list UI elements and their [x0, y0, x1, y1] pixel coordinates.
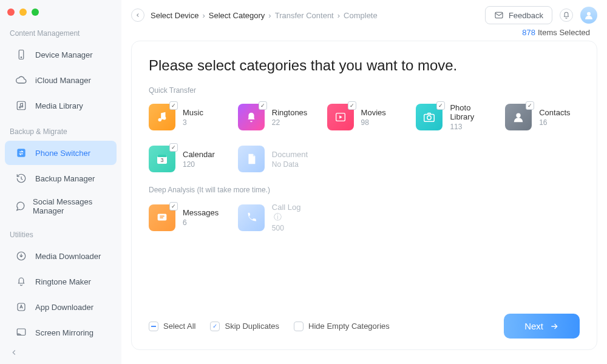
- svg-point-1: [21, 57, 22, 58]
- calendar-icon: 3 ✓: [149, 146, 175, 172]
- category-photo-library[interactable]: ✓ Photo Library 113: [416, 103, 490, 131]
- svg-point-3: [19, 107, 21, 108]
- app-icon: [15, 300, 28, 314]
- check-icon: ✓: [169, 101, 178, 110]
- bell-icon: [15, 275, 28, 288]
- hide-empty-checkbox[interactable]: Hide Empty Categories: [294, 322, 390, 331]
- category-movies[interactable]: ✓ Movies 98: [327, 103, 402, 131]
- sidebar-item-label: Device Manager: [35, 50, 93, 59]
- phone-icon: [15, 48, 28, 61]
- category-document[interactable]: Document No Data: [238, 146, 313, 172]
- sidebar-item-label: Media Library: [35, 101, 83, 110]
- user-avatar[interactable]: [580, 7, 597, 24]
- selected-suffix: Items Selected: [538, 28, 590, 37]
- close-window-icon[interactable]: [7, 8, 15, 16]
- sidebar-item-label: Social Messages Manager: [33, 197, 107, 215]
- svg-point-12: [163, 116, 166, 120]
- category-count: 6: [183, 218, 219, 227]
- items-selected-status: 878 Items Selected: [121, 24, 607, 37]
- sidebar-item-social-messages[interactable]: Social Messages Manager: [5, 192, 117, 221]
- music-note-icon: [15, 99, 28, 112]
- select-all-label: Select All: [163, 322, 195, 331]
- deep-analysis-grid: ✓ Messages 6 Call Log ⓘ: [149, 203, 580, 232]
- check-icon: ✓: [526, 101, 534, 110]
- category-count: 500: [272, 224, 313, 232]
- sidebar-item-media-library[interactable]: Media Library: [5, 93, 117, 118]
- category-count: 113: [450, 123, 490, 131]
- category-contacts[interactable]: ✓ Contacts 16: [505, 103, 580, 131]
- section-backup-migrate: Backup & Migrate: [0, 119, 121, 140]
- chevron-right-icon: ›: [202, 11, 205, 20]
- chat-icon: [15, 200, 25, 213]
- sidebar-item-device-manager[interactable]: Device Manager: [5, 42, 117, 67]
- sidebar-item-label: Screen Mirroring: [35, 328, 93, 337]
- sidebar-item-ringtone-maker[interactable]: Ringtone Maker: [5, 269, 117, 294]
- category-count: 22: [272, 118, 308, 127]
- category-calendar[interactable]: 3 ✓ Calendar 120: [149, 146, 223, 172]
- section-content-management: Content Management: [0, 21, 121, 41]
- category-count: 98: [361, 118, 386, 127]
- category-ringtones[interactable]: ✓ Ringtones 22: [238, 103, 313, 131]
- section-deep-analysis: Deep Analysis (It will take more time.): [149, 186, 580, 194]
- minimize-window-icon[interactable]: [19, 8, 27, 16]
- category-music[interactable]: ✓ Music 3: [149, 103, 223, 131]
- breadcrumb-select-device[interactable]: Select Device: [151, 11, 198, 20]
- quick-transfer-grid: ✓ Music 3 ✓ Ringtones 22: [149, 103, 580, 172]
- back-button[interactable]: [131, 8, 144, 22]
- svg-point-4: [21, 106, 22, 107]
- svg-rect-8: [17, 329, 25, 335]
- topbar-actions: Feedback: [485, 6, 597, 24]
- next-button[interactable]: Next: [504, 314, 580, 339]
- category-name: Document: [272, 150, 308, 159]
- category-name: Music: [183, 108, 203, 117]
- cast-icon: [15, 326, 28, 339]
- svg-rect-2: [17, 101, 25, 110]
- sidebar-item-label: Ringtone Maker: [35, 277, 91, 286]
- page-title: Please select categories that you want t…: [149, 57, 580, 74]
- svg-text:3: 3: [160, 157, 163, 163]
- ringtone-icon: ✓: [238, 104, 265, 130]
- sidebar-item-backup-manager[interactable]: Backup Manager: [5, 166, 117, 190]
- sidebar-item-label: iCloud Manager: [35, 76, 91, 85]
- svg-point-10: [587, 12, 591, 16]
- category-count: 16: [539, 118, 570, 127]
- section-utilities: Utilities: [0, 222, 121, 243]
- check-icon: ✓: [169, 202, 178, 211]
- category-count: No Data: [272, 160, 308, 169]
- category-name: Photo Library: [450, 103, 490, 121]
- feedback-button[interactable]: Feedback: [485, 6, 552, 24]
- sidebar-item-label: Phone Switcher: [35, 149, 90, 158]
- select-all-checkbox[interactable]: Select All: [149, 322, 195, 331]
- hide-empty-label: Hide Empty Categories: [308, 322, 390, 331]
- topbar: Select Device › Select Category › Transf…: [121, 0, 607, 24]
- category-call-log[interactable]: Call Log ⓘ 500: [238, 203, 313, 232]
- swap-icon: [15, 146, 28, 160]
- svg-point-11: [158, 118, 162, 122]
- music-icon: ✓: [149, 104, 175, 130]
- window-controls: [0, 4, 121, 21]
- breadcrumb-select-category[interactable]: Select Category: [209, 11, 265, 20]
- check-icon: ✓: [348, 101, 356, 110]
- sidebar: Content Management Device Manager iCloud…: [0, 0, 121, 364]
- info-icon[interactable]: ⓘ: [274, 212, 282, 221]
- sidebar-item-screen-mirroring[interactable]: Screen Mirroring: [5, 320, 117, 345]
- sidebar-item-label: Media Downloader: [35, 252, 101, 261]
- check-icon: ✓: [259, 101, 267, 110]
- content-card: Please select categories that you want t…: [131, 41, 597, 350]
- svg-point-16: [517, 113, 521, 118]
- arrow-right-icon: [549, 322, 559, 331]
- sidebar-item-media-downloader[interactable]: Media Downloader: [5, 244, 117, 268]
- collapse-sidebar-button[interactable]: [10, 348, 18, 357]
- skip-duplicates-checkbox[interactable]: ✓ Skip Duplicates: [210, 322, 279, 331]
- zoom-window-icon[interactable]: [32, 8, 39, 16]
- category-count: 3: [183, 118, 203, 127]
- breadcrumb-transfer-content: Transfer Content: [275, 11, 334, 20]
- sidebar-item-phone-switcher[interactable]: Phone Switcher: [5, 141, 117, 165]
- notifications-button[interactable]: [560, 8, 573, 22]
- category-messages[interactable]: ✓ Messages 6: [149, 203, 223, 232]
- sidebar-item-app-downloader[interactable]: App Downloader: [5, 295, 117, 319]
- cloud-icon: [15, 73, 28, 87]
- movie-icon: ✓: [327, 104, 354, 130]
- svg-point-15: [427, 116, 431, 120]
- sidebar-item-icloud-manager[interactable]: iCloud Manager: [5, 68, 117, 92]
